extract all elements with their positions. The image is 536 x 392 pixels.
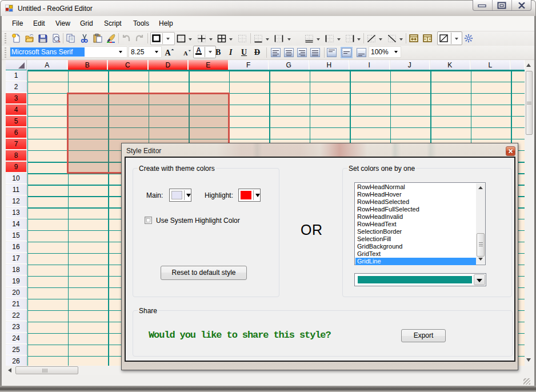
svg-text:A: A: [165, 49, 171, 57]
svg-text:A: A: [183, 50, 188, 57]
